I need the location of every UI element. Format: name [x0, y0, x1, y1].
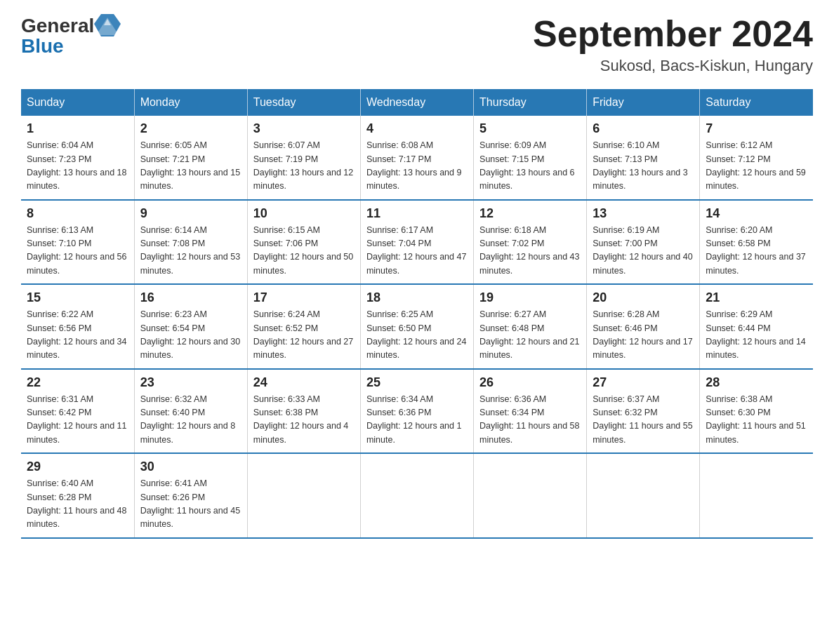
day-number: 12 [479, 206, 581, 221]
calendar-day-cell: 2 Sunrise: 6:05 AMSunset: 7:21 PMDayligh… [134, 116, 247, 200]
day-info: Sunrise: 6:18 AMSunset: 7:02 PMDaylight:… [479, 225, 579, 276]
day-number: 26 [479, 375, 581, 390]
day-number: 21 [706, 290, 807, 305]
day-number: 10 [253, 206, 355, 221]
calendar-header-row: Sunday Monday Tuesday Wednesday Thursday… [21, 89, 813, 116]
logo-general-text: General [21, 15, 94, 37]
header-monday: Monday [134, 89, 247, 116]
day-info: Sunrise: 6:15 AMSunset: 7:06 PMDaylight:… [253, 225, 353, 276]
day-info: Sunrise: 6:14 AMSunset: 7:08 PMDaylight:… [140, 225, 240, 276]
calendar-day-cell: 18 Sunrise: 6:25 AMSunset: 6:50 PMDaylig… [360, 284, 473, 369]
day-info: Sunrise: 6:40 AMSunset: 6:28 PMDaylight:… [27, 478, 126, 529]
day-number: 27 [593, 375, 694, 390]
header: General Blue September 2024 Sukosd, Bacs… [21, 14, 813, 75]
location-subtitle: Sukosd, Bacs-Kiskun, Hungary [533, 57, 813, 75]
calendar-day-cell: 11 Sunrise: 6:17 AMSunset: 7:04 PMDaylig… [360, 200, 473, 285]
day-number: 20 [593, 290, 694, 305]
header-wednesday: Wednesday [360, 89, 473, 116]
day-info: Sunrise: 6:22 AMSunset: 6:56 PMDaylight:… [27, 309, 126, 360]
calendar-day-cell: 14 Sunrise: 6:20 AMSunset: 6:58 PMDaylig… [700, 200, 813, 285]
header-thursday: Thursday [474, 89, 587, 116]
calendar-week-row: 29 Sunrise: 6:40 AMSunset: 6:28 PMDaylig… [21, 453, 813, 538]
day-number: 22 [27, 375, 128, 390]
day-info: Sunrise: 6:31 AMSunset: 6:42 PMDaylight:… [27, 394, 126, 445]
day-number: 13 [593, 206, 694, 221]
calendar-day-cell: 10 Sunrise: 6:15 AMSunset: 7:06 PMDaylig… [247, 200, 360, 285]
calendar-day-cell: 22 Sunrise: 6:31 AMSunset: 6:42 PMDaylig… [21, 369, 134, 454]
calendar-day-cell: 7 Sunrise: 6:12 AMSunset: 7:12 PMDayligh… [700, 116, 813, 200]
header-sunday: Sunday [21, 89, 134, 116]
day-info: Sunrise: 6:23 AMSunset: 6:54 PMDaylight:… [140, 309, 240, 360]
calendar-day-cell: 6 Sunrise: 6:10 AMSunset: 7:13 PMDayligh… [587, 116, 700, 200]
calendar-day-cell: 16 Sunrise: 6:23 AMSunset: 6:54 PMDaylig… [134, 284, 247, 369]
calendar-day-cell: 28 Sunrise: 6:38 AMSunset: 6:30 PMDaylig… [700, 369, 813, 454]
day-number: 29 [27, 459, 128, 474]
day-number: 3 [253, 121, 355, 136]
day-info: Sunrise: 6:24 AMSunset: 6:52 PMDaylight:… [253, 309, 353, 360]
day-number: 7 [706, 121, 807, 136]
calendar-day-cell: 23 Sunrise: 6:32 AMSunset: 6:40 PMDaylig… [134, 369, 247, 454]
month-title: September 2024 [533, 14, 813, 54]
calendar-day-cell: 3 Sunrise: 6:07 AMSunset: 7:19 PMDayligh… [247, 116, 360, 200]
calendar-day-cell: 20 Sunrise: 6:28 AMSunset: 6:46 PMDaylig… [587, 284, 700, 369]
calendar-day-cell [247, 453, 360, 538]
logo-blue-text: Blue [21, 35, 64, 58]
logo-triangle-icon [94, 14, 121, 38]
header-friday: Friday [587, 89, 700, 116]
day-info: Sunrise: 6:32 AMSunset: 6:40 PMDaylight:… [140, 394, 236, 445]
day-info: Sunrise: 6:33 AMSunset: 6:38 PMDaylight:… [253, 394, 349, 445]
calendar-day-cell: 19 Sunrise: 6:27 AMSunset: 6:48 PMDaylig… [474, 284, 587, 369]
calendar-day-cell: 8 Sunrise: 6:13 AMSunset: 7:10 PMDayligh… [21, 200, 134, 285]
calendar-day-cell: 24 Sunrise: 6:33 AMSunset: 6:38 PMDaylig… [247, 369, 360, 454]
calendar-day-cell: 29 Sunrise: 6:40 AMSunset: 6:28 PMDaylig… [21, 453, 134, 538]
calendar-day-cell [587, 453, 700, 538]
calendar-day-cell: 26 Sunrise: 6:36 AMSunset: 6:34 PMDaylig… [474, 369, 587, 454]
day-info: Sunrise: 6:20 AMSunset: 6:58 PMDaylight:… [706, 225, 805, 276]
day-info: Sunrise: 6:29 AMSunset: 6:44 PMDaylight:… [706, 309, 805, 360]
calendar-day-cell: 5 Sunrise: 6:09 AMSunset: 7:15 PMDayligh… [474, 116, 587, 200]
day-number: 9 [140, 206, 241, 221]
day-info: Sunrise: 6:17 AMSunset: 7:04 PMDaylight:… [366, 225, 466, 276]
day-info: Sunrise: 6:34 AMSunset: 6:36 PMDaylight:… [366, 394, 462, 445]
day-info: Sunrise: 6:41 AMSunset: 6:26 PMDaylight:… [140, 478, 240, 529]
day-info: Sunrise: 6:04 AMSunset: 7:23 PMDaylight:… [27, 140, 126, 191]
day-info: Sunrise: 6:05 AMSunset: 7:21 PMDaylight:… [140, 140, 240, 191]
calendar-day-cell: 12 Sunrise: 6:18 AMSunset: 7:02 PMDaylig… [474, 200, 587, 285]
calendar-week-row: 22 Sunrise: 6:31 AMSunset: 6:42 PMDaylig… [21, 369, 813, 454]
calendar-day-cell: 17 Sunrise: 6:24 AMSunset: 6:52 PMDaylig… [247, 284, 360, 369]
title-area: September 2024 Sukosd, Bacs-Kiskun, Hung… [533, 14, 813, 75]
day-info: Sunrise: 6:27 AMSunset: 6:48 PMDaylight:… [479, 309, 579, 360]
day-info: Sunrise: 6:07 AMSunset: 7:19 PMDaylight:… [253, 140, 353, 191]
day-number: 15 [27, 290, 128, 305]
header-saturday: Saturday [700, 89, 813, 116]
calendar-day-cell: 30 Sunrise: 6:41 AMSunset: 6:26 PMDaylig… [134, 453, 247, 538]
day-info: Sunrise: 6:08 AMSunset: 7:17 PMDaylight:… [366, 140, 462, 191]
calendar-day-cell: 21 Sunrise: 6:29 AMSunset: 6:44 PMDaylig… [700, 284, 813, 369]
day-info: Sunrise: 6:37 AMSunset: 6:32 PMDaylight:… [593, 394, 692, 445]
logo: General Blue [21, 14, 121, 58]
day-number: 14 [706, 206, 807, 221]
day-info: Sunrise: 6:10 AMSunset: 7:13 PMDaylight:… [593, 140, 688, 191]
day-info: Sunrise: 6:25 AMSunset: 6:50 PMDaylight:… [366, 309, 466, 360]
calendar-day-cell: 4 Sunrise: 6:08 AMSunset: 7:17 PMDayligh… [360, 116, 473, 200]
calendar-day-cell: 13 Sunrise: 6:19 AMSunset: 7:00 PMDaylig… [587, 200, 700, 285]
calendar-day-cell: 27 Sunrise: 6:37 AMSunset: 6:32 PMDaylig… [587, 369, 700, 454]
day-number: 19 [479, 290, 581, 305]
header-tuesday: Tuesday [247, 89, 360, 116]
calendar-day-cell: 1 Sunrise: 6:04 AMSunset: 7:23 PMDayligh… [21, 116, 134, 200]
day-number: 6 [593, 121, 694, 136]
calendar-day-cell: 25 Sunrise: 6:34 AMSunset: 6:36 PMDaylig… [360, 369, 473, 454]
day-number: 4 [366, 121, 468, 136]
day-info: Sunrise: 6:13 AMSunset: 7:10 PMDaylight:… [27, 225, 126, 276]
calendar-table: Sunday Monday Tuesday Wednesday Thursday… [21, 89, 813, 539]
day-number: 1 [27, 121, 128, 136]
day-number: 17 [253, 290, 355, 305]
calendar-day-cell: 9 Sunrise: 6:14 AMSunset: 7:08 PMDayligh… [134, 200, 247, 285]
day-number: 2 [140, 121, 241, 136]
day-number: 30 [140, 459, 241, 474]
day-info: Sunrise: 6:19 AMSunset: 7:00 PMDaylight:… [593, 225, 692, 276]
calendar-week-row: 1 Sunrise: 6:04 AMSunset: 7:23 PMDayligh… [21, 116, 813, 200]
day-number: 23 [140, 375, 241, 390]
calendar-day-cell [360, 453, 473, 538]
day-number: 8 [27, 206, 128, 221]
